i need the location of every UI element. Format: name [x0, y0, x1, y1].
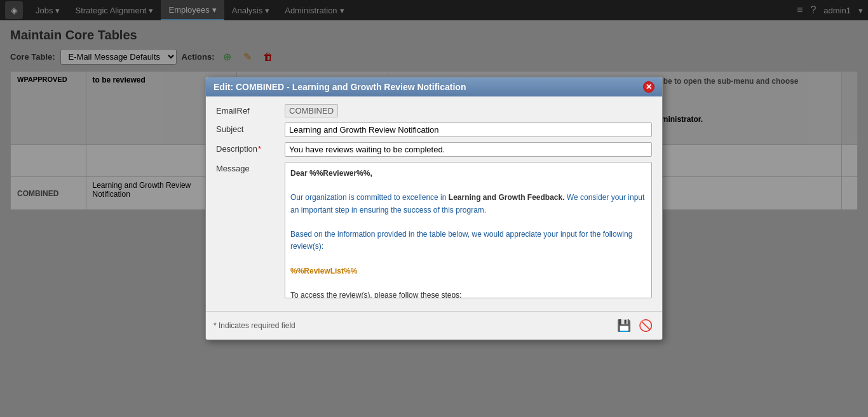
message-row: Message Dear %%Reviewer%%, Our organizat…: [216, 162, 652, 298]
modal-footer: * Indicates required field 💾 🚫: [206, 311, 662, 340]
modal-title: Edit: COMBINED - Learning and Growth Rev…: [214, 82, 466, 92]
page-content: Maintain Core Tables Core Table: E-Mail …: [0, 20, 868, 417]
description-input[interactable]: [285, 142, 652, 157]
message-content-area[interactable]: Dear %%Reviewer%%, Our organization is c…: [285, 162, 652, 298]
description-label: Description: [216, 142, 280, 154]
msg-para2: Based on the information provided in the…: [290, 228, 646, 253]
description-row: Description: [216, 142, 652, 157]
footer-icons: 💾 🚫: [615, 317, 654, 334]
msg-para2-text: Based on the information provided in the…: [290, 230, 632, 251]
email-ref-value: COMBINED: [285, 104, 338, 117]
subject-input[interactable]: [285, 122, 652, 137]
subject-row: Subject: [216, 122, 652, 137]
msg-greeting: Dear %%Reviewer%%,: [290, 169, 372, 178]
required-note: * Indicates required field: [214, 321, 295, 330]
modal-close-button[interactable]: ✕: [643, 81, 654, 93]
subject-label: Subject: [216, 122, 280, 134]
msg-para1-start: Our organization is committed to excelle…: [290, 193, 449, 202]
modal-overlay: Edit: COMBINED - Learning and Growth Rev…: [0, 0, 868, 417]
save-button[interactable]: 💾: [615, 317, 633, 334]
msg-review-list: %%ReviewList%%: [290, 267, 357, 275]
edit-modal: Edit: COMBINED - Learning and Growth Rev…: [205, 77, 663, 340]
cancel-button[interactable]: 🚫: [637, 317, 654, 334]
close-icon: ✕: [646, 83, 652, 91]
msg-para3: To access the review(s), please follow t…: [290, 289, 646, 298]
email-ref-label: EmailRef: [216, 104, 280, 116]
email-ref-row: EmailRef COMBINED: [216, 104, 652, 117]
msg-para1: Our organization is committed to excelle…: [290, 192, 646, 216]
message-label: Message: [216, 162, 280, 173]
modal-body: EmailRef COMBINED Subject Description Me…: [206, 96, 662, 311]
modal-header: Edit: COMBINED - Learning and Growth Rev…: [206, 77, 662, 96]
msg-para1-bold: Learning and Growth Feedback.: [449, 193, 565, 202]
